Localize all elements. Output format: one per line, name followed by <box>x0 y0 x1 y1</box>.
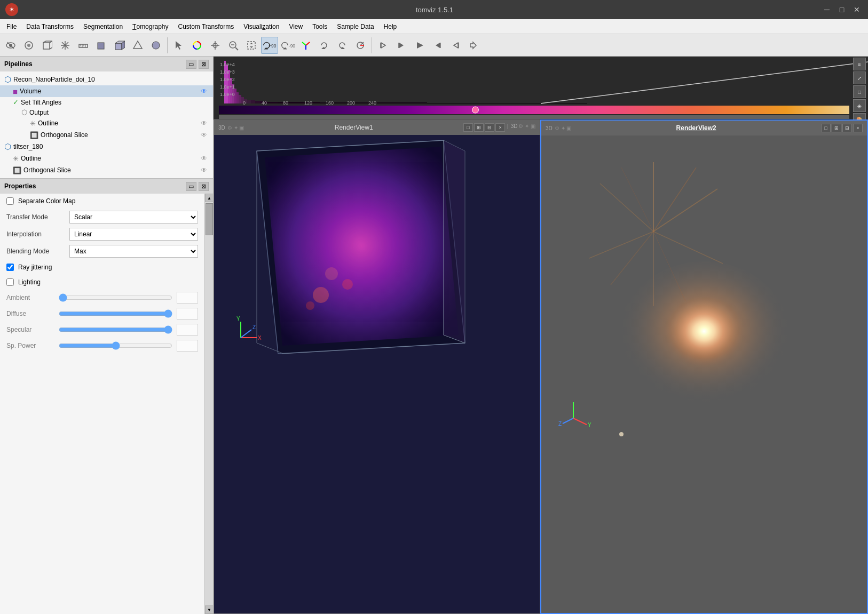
play-end-button[interactable] <box>447 37 464 54</box>
tree-item-ortho2[interactable]: 🔲 Orthogonal Slice 👁 <box>0 164 213 176</box>
menu-visualization[interactable]: Visualization <box>239 20 283 33</box>
pipelines-expand-button[interactable]: ⊠ <box>199 60 209 69</box>
ortho1-eye-button[interactable]: 👁 <box>199 130 209 140</box>
blending-mode-select[interactable]: Composite Max Min Average <box>69 245 198 258</box>
box3d-button[interactable] <box>111 37 128 54</box>
rotate-ccw-button[interactable] <box>334 37 351 54</box>
close-button[interactable]: ✕ <box>851 4 863 15</box>
scroll-thumb[interactable] <box>206 203 213 235</box>
circle-tool-button[interactable] <box>20 37 37 54</box>
select-button[interactable] <box>170 37 187 54</box>
colorbar-btn3[interactable]: □ <box>853 85 866 98</box>
menu-file[interactable]: File <box>2 20 21 33</box>
outline1-eye-button[interactable]: 👁 <box>199 118 209 128</box>
snowflake-button[interactable] <box>57 37 74 54</box>
menu-tomography[interactable]: Tomography <box>128 20 172 33</box>
ray-jittering-row: Ray jittering <box>0 260 204 275</box>
renderview2: 3D ⚙ ✦ ▣ RenderView2 □ ⊞ ⊟ × <box>540 119 868 614</box>
colorbar-btn4[interactable]: ◈ <box>853 99 866 112</box>
separate-color-map-checkbox[interactable] <box>6 197 14 205</box>
rotate-cw-button[interactable] <box>315 37 333 54</box>
loop-button[interactable] <box>465 37 483 54</box>
tree-item-outline2[interactable]: ✳ Outline 👁 <box>0 153 213 164</box>
eye-toggle-button[interactable] <box>2 37 19 54</box>
rv2-btn4[interactable]: × <box>853 124 863 132</box>
menu-data-transforms[interactable]: Data Transforms <box>22 20 78 33</box>
cube-outline-button[interactable] <box>38 37 56 54</box>
menu-custom-transforms[interactable]: Custom Transforms <box>174 20 239 33</box>
rv1-btn1[interactable]: □ <box>463 123 473 132</box>
properties-expand-button[interactable]: ⊠ <box>199 182 209 191</box>
colorbar-btn1[interactable]: ≡ <box>853 58 866 70</box>
scroll-down-button[interactable]: ▼ <box>205 605 213 614</box>
ortho2-eye-button[interactable]: 👁 <box>199 165 209 175</box>
svg-rect-21 <box>115 43 122 50</box>
svg-point-126 <box>619 432 624 436</box>
renderview1-header: 3D ⚙ ✦ ▣ RenderView1 □ ⊞ ⊟ × | 3D ⚙ ✦ ▣ <box>214 120 540 135</box>
tree-item-outline1[interactable]: ✳ Outline 👁 <box>0 117 213 129</box>
play-button[interactable] <box>411 37 428 54</box>
lighting-checkbox[interactable] <box>6 278 14 286</box>
axis-button[interactable] <box>297 37 314 54</box>
move-button[interactable] <box>243 37 260 54</box>
specular-value[interactable]: 1 <box>177 324 198 336</box>
maximize-button[interactable]: □ <box>836 4 848 15</box>
ambient-value[interactable]: 0 <box>177 292 198 304</box>
rv1-btn4[interactable]: × <box>495 123 505 132</box>
outline2-eye-button[interactable]: 👁 <box>199 154 209 163</box>
rv1-btn2[interactable]: ⊞ <box>474 123 484 132</box>
scroll-up-button[interactable]: ▲ <box>205 194 213 202</box>
menu-sample-data[interactable]: Sample Data <box>333 20 378 33</box>
rotate-plus90-button[interactable]: +90 <box>261 37 278 54</box>
menu-help[interactable]: Help <box>380 20 401 33</box>
rv1-btn3[interactable]: ⊟ <box>485 123 494 132</box>
sp-power-value[interactable]: 100 <box>177 340 198 352</box>
diffuse-label: Diffuse <box>6 310 54 317</box>
tree-item-tiltser[interactable]: ⬡ tiltser_180 <box>0 141 213 153</box>
stop-anim-button[interactable] <box>352 37 369 54</box>
crosshair-button[interactable] <box>207 37 224 54</box>
pipelines-collapse-button[interactable]: ▭ <box>186 60 196 69</box>
ray-jittering-checkbox[interactable] <box>6 264 14 271</box>
sp-power-slider[interactable] <box>59 342 172 349</box>
dataset-icon: ⬡ <box>4 75 11 84</box>
menu-view[interactable]: View <box>285 20 307 33</box>
rv2-btn2[interactable]: ⊞ <box>832 124 841 132</box>
colorbar-btn2[interactable]: ⤢ <box>853 71 866 84</box>
specular-slider[interactable] <box>59 326 172 333</box>
zoom-fit-button[interactable] <box>225 37 242 54</box>
rv2-btn1[interactable]: □ <box>821 124 831 132</box>
ambient-slider[interactable] <box>59 294 172 301</box>
tree-item-recon[interactable]: ⬡ Recon_NanoParticle_doi_10 <box>0 74 213 85</box>
box-solid-button[interactable] <box>93 37 110 54</box>
menu-segmentation[interactable]: Segmentation <box>79 20 127 33</box>
rv2-btn3[interactable]: ⊟ <box>842 124 852 132</box>
properties-header: Properties ▭ ⊠ <box>0 179 213 194</box>
pipelines-section: Pipelines ▭ ⊠ ⬡ Recon_NanoParticle_doi_1… <box>0 57 213 179</box>
play-next-button[interactable] <box>429 37 446 54</box>
svg-text:1.0e+0: 1.0e+0 <box>220 92 235 97</box>
rotate-minus90-button[interactable]: -90 <box>279 37 296 54</box>
shape-select-button[interactable] <box>129 37 146 54</box>
tree-item-set-tilt[interactable]: ✓ Set Tilt Angles <box>0 97 213 107</box>
menu-tools[interactable]: Tools <box>308 20 332 33</box>
volume-eye-button[interactable]: 👁 <box>199 86 209 96</box>
ruler-button[interactable] <box>75 37 92 54</box>
minimize-button[interactable]: ─ <box>821 4 833 15</box>
renderview2-header: 3D ⚙ ✦ ▣ RenderView2 □ ⊞ ⊟ × <box>541 121 867 135</box>
sphere-button[interactable] <box>147 37 164 54</box>
tree-item-ortho1[interactable]: 🔲 Orthogonal Slice 👁 <box>0 129 213 141</box>
transfer-mode-select[interactable]: Scalar Magnitude Component <box>69 211 198 224</box>
properties-collapse-button[interactable]: ▭ <box>186 182 196 191</box>
play-prev-button[interactable] <box>393 37 410 54</box>
tree-item-volume[interactable]: ■ Volume 👁 <box>0 85 213 97</box>
color-button[interactable] <box>188 37 206 54</box>
tree-item-output[interactable]: ⬡ Output <box>0 107 213 117</box>
play-start-button[interactable] <box>375 37 392 54</box>
scroll-track <box>205 202 213 605</box>
interpolation-select[interactable]: Nearest Neighbor Linear Cubic <box>69 228 198 241</box>
diffuse-slider[interactable] <box>59 310 172 317</box>
diffuse-value[interactable]: 1 <box>177 308 198 320</box>
svg-text:Z: Z <box>252 324 256 330</box>
slice-icon2: 🔲 <box>13 166 21 174</box>
